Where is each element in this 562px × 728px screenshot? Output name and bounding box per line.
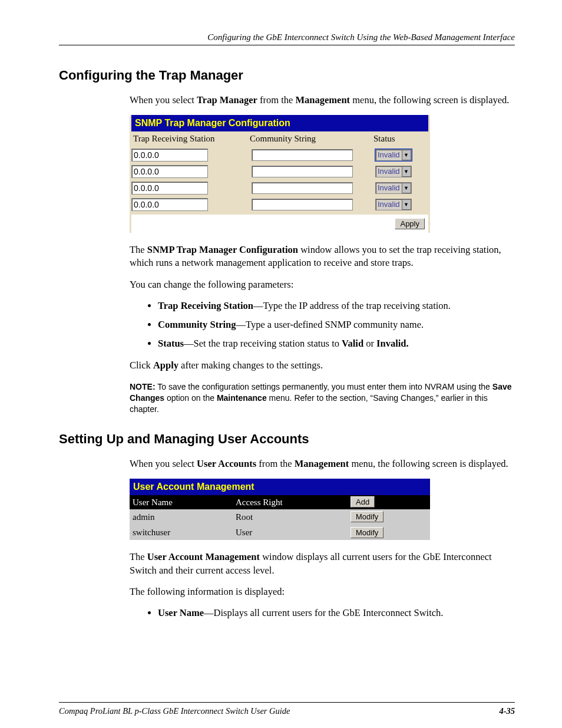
col-username: User Name [131,496,236,508]
note-block: NOTE: To save the configuration settings… [130,381,515,415]
status-value: Invalid [376,199,402,210]
status-select[interactable]: Invalid ▼ [375,149,412,161]
text-bold: Community String [158,319,236,330]
modify-button[interactable]: Modify [351,527,384,538]
param-list: Trap Receiving Station—Type the IP addre… [130,299,515,351]
text-bold: User Accounts [197,458,256,469]
trap-station-input[interactable]: 0.0.0.0 [131,198,208,211]
col-status: Status [373,133,427,144]
community-input[interactable] [252,149,353,161]
modify-button[interactable]: Modify [351,511,384,522]
snmp-trap-panel: SNMP Trap Manager Configuration Trap Rec… [130,115,430,233]
ua-panel-title: User Account Management [130,479,430,495]
text: When you select [130,94,197,106]
status-value: Invalid [376,183,402,193]
text: from the [257,94,296,106]
info-intro: The following information is displayed: [130,585,515,598]
page-number: 4-35 [499,706,515,716]
ua-desc: The User Account Management window displ… [130,551,515,577]
community-input[interactable] [252,199,353,210]
footer-title: Compaq ProLiant BL p-Class GbE Interconn… [59,706,290,716]
community-input[interactable] [252,182,353,194]
text-bold: Apply [153,360,178,371]
text: To save the configuration settings perma… [156,382,492,391]
list-item: Community String—Type a user-defined SNM… [158,318,515,331]
text: after making changes to the settings. [178,360,323,371]
text: —Set the trap receiving station status t… [184,338,342,349]
note-label: NOTE: [130,382,156,391]
text: —Type the IP address of the trap receivi… [253,300,451,311]
trap-station-input[interactable]: 0.0.0.0 [131,182,208,195]
info-list: User Name—Displays all current users for… [130,607,515,620]
list-item: User Name—Displays all current users for… [158,607,515,620]
trap-station-input[interactable]: 0.0.0.0 [131,149,208,162]
snmp-row: 0.0.0.0 Invalid ▼ [130,196,430,213]
status-select[interactable]: Invalid ▼ [375,199,412,210]
text: menu, the following screen is displayed. [349,458,508,469]
text-bold: User Account Management [147,551,260,562]
ua-username: switchuser [131,526,236,538]
snmp-panel-title: SNMP Trap Manager Configuration [131,115,428,131]
text-bold: Maintenance [217,393,267,403]
text-bold: Trap Receiving Station [158,300,253,311]
snmp-column-headers: Trap Receiving Station Community String … [130,131,430,147]
intro-users: When you select User Accounts from the M… [130,457,515,470]
click-apply: Click Apply after making changes to the … [130,359,515,372]
text-bold: Status [158,338,184,349]
text: option on the [164,393,217,403]
text: menu, the following screen is displayed. [350,94,509,106]
ua-username: admin [131,511,236,523]
chevron-down-icon: ▼ [402,166,411,177]
text-bold: Management [296,94,351,106]
text: Click [130,360,153,371]
text-bold: Valid [342,338,363,349]
snmp-apply-row: Apply [131,215,428,233]
add-button[interactable]: Add [351,496,375,508]
chevron-down-icon: ▼ [402,183,411,193]
ua-header-row: User Name Access Right Add [130,495,430,509]
ua-row: admin Root Modify [130,509,430,525]
snmp-row: 0.0.0.0 Invalid ▼ [130,163,430,180]
heading-user-accounts: Setting Up and Managing User Accounts [59,431,515,447]
snmp-desc: The SNMP Trap Manager Configuration wind… [130,243,515,270]
text-bold: Invalid. [376,338,409,349]
text-bold: User Name [158,607,204,618]
ua-access: User [236,526,351,538]
text-bold: Trap Manager [197,94,257,106]
intro-trap: When you select Trap Manager from the Ma… [130,94,515,107]
chevron-down-icon: ▼ [402,199,411,210]
chevron-down-icon: ▼ [402,150,411,160]
status-value: Invalid [376,150,402,160]
text: from the [256,458,295,469]
text: The [130,551,147,562]
text: —Displays all current users for the GbE … [204,607,443,618]
text: —Type a user-defined SNMP community name… [236,319,424,330]
col-access-right: Access Right [236,496,351,508]
status-value: Invalid [376,166,402,177]
text: or [363,338,376,349]
ua-access: Root [236,511,351,523]
text-bold: Management [295,458,349,469]
status-select[interactable]: Invalid ▼ [375,166,412,177]
snmp-row: 0.0.0.0 Invalid ▼ [130,180,430,196]
apply-button[interactable]: Apply [395,218,425,229]
page-footer: Compaq ProLiant BL p-Class GbE Interconn… [59,702,515,716]
text: When you select [130,458,197,469]
status-select[interactable]: Invalid ▼ [375,182,412,194]
col-trap-station: Trap Receiving Station [131,133,250,144]
running-header: Configuring the GbE Interconnect Switch … [59,32,515,45]
params-intro: You can change the following parameters: [130,278,515,291]
text-bold: SNMP Trap Manager Configuration [147,244,298,255]
user-account-panel: User Account Management User Name Access… [130,479,430,540]
snmp-row: 0.0.0.0 Invalid ▼ [130,147,430,163]
text: The [130,244,147,255]
ua-row: switchuser User Modify [130,525,430,540]
list-item: Trap Receiving Station—Type the IP addre… [158,299,515,312]
heading-trap-manager: Configuring the Trap Manager [59,68,515,83]
community-input[interactable] [252,166,353,177]
col-community: Community String [250,133,373,144]
trap-station-input[interactable]: 0.0.0.0 [131,165,208,178]
list-item: Status—Set the trap receiving station st… [158,337,515,350]
